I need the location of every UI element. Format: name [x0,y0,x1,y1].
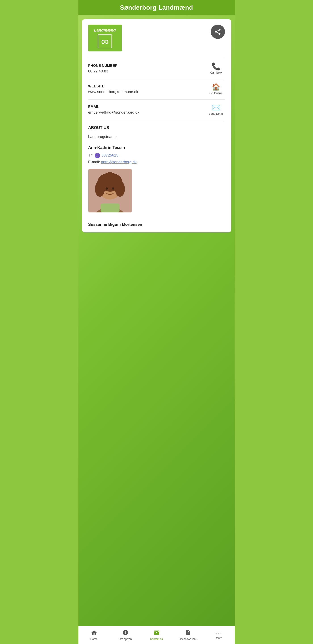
person1-photo [88,169,132,212]
home-icon: 🏠 [212,84,221,90]
phone-label: PHONE NUMBER [88,64,118,68]
call-button[interactable]: 📞 Call Now [207,63,225,74]
send-email-label: Send Email [208,112,223,116]
about-title: ABOUT US [88,126,225,130]
nav-more-icon: ··· [216,630,222,636]
main-card: Landmænd ∞ PHONE NUMBER 88 72 40 83 📞 Ca… [82,19,231,232]
logo-text: Landmænd [94,28,116,33]
svg-point-4 [95,181,105,197]
nav-info-icon [122,630,128,636]
about-section: ABOUT US Landbrugsteamet Ann-Kathrin Tes… [88,120,225,227]
call-label: Call Now [210,71,222,74]
email-row: EMAIL erhverv-affald@sonderborg.dk ✉️ Se… [88,99,225,120]
person1-email-row: E-mail: antn@sonderborg.dk [88,160,225,164]
email-value: erhverv-affald@sonderborg.dk [88,110,140,115]
nav-home-label: Home [90,638,97,641]
phone-row: PHONE NUMBER 88 72 40 83 📞 Call Now [88,58,225,79]
nav-contact-label: Kontakt os [150,638,163,641]
svg-point-8 [112,188,114,190]
svg-point-5 [115,181,125,197]
nav-contact-icon [153,630,160,636]
go-online-button[interactable]: 🏠 Go Online [207,84,225,95]
phone-value: 88 72 40 83 [88,69,118,74]
bottom-nav: Home Om app'en Kontakt os Slideshows lan… [78,626,235,644]
nav-contact[interactable]: Kontakt os [141,626,172,644]
nav-home-icon [91,630,97,636]
website-info: WEBSITE www.sonderborgkommune.dk [88,84,138,94]
nav-slides-label: Slideshows lan... [178,638,198,641]
email-info: EMAIL erhverv-affald@sonderborg.dk [88,105,140,115]
person1-phone-link[interactable]: 88725613 [101,153,118,158]
phone-prefix: Tlf. [88,153,94,158]
app-title: Sønderborg Landmænd [120,4,193,11]
email-icon: ✉️ [212,104,221,111]
nav-home[interactable]: Home [78,626,110,644]
phone-info: PHONE NUMBER 88 72 40 83 [88,64,118,74]
company-logo: Landmænd ∞ [88,24,122,52]
go-online-label: Go Online [209,92,223,95]
nav-more[interactable]: ··· More [204,626,235,644]
nav-slides[interactable]: Slideshows lan... [172,626,204,644]
background-area: Landmænd ∞ PHONE NUMBER 88 72 40 83 📞 Ca… [78,15,235,643]
svg-point-7 [106,188,108,190]
person1-email-link[interactable]: antn@sonderborg.dk [101,160,136,164]
nav-info[interactable]: Om app'en [110,626,141,644]
logo-infinity: ∞ [98,34,112,48]
person1-name: Ann-Kathrin Tessin [88,145,225,150]
app-header: Sønderborg Landmænd [78,0,235,15]
svg-point-6 [103,172,117,186]
website-row: WEBSITE www.sonderborgkommune.dk 🏠 Go On… [88,79,225,99]
person1-phone-row: Tlf. it 88725613 [88,153,225,158]
it-badge: it [95,154,100,158]
share-icon [214,28,221,35]
email-label: EMAIL [88,105,140,109]
website-value: www.sonderborgkommune.dk [88,90,138,94]
nav-more-label: More [216,636,222,640]
logo-row: Landmænd ∞ [88,24,225,52]
team-name: Landbrugsteamet [88,134,225,139]
person2-name: Sussanne Bigum Mortensen [88,219,225,227]
nav-slides-icon [185,630,191,636]
person1-photo-svg [88,169,132,212]
phone-icon: 📞 [212,63,221,70]
send-email-button[interactable]: ✉️ Send Email [207,104,225,116]
email-prefix: E-mail: [88,160,100,164]
svg-rect-9 [100,204,119,212]
share-button[interactable] [211,24,225,39]
nav-info-label: Om app'en [119,638,132,641]
website-label: WEBSITE [88,84,138,88]
